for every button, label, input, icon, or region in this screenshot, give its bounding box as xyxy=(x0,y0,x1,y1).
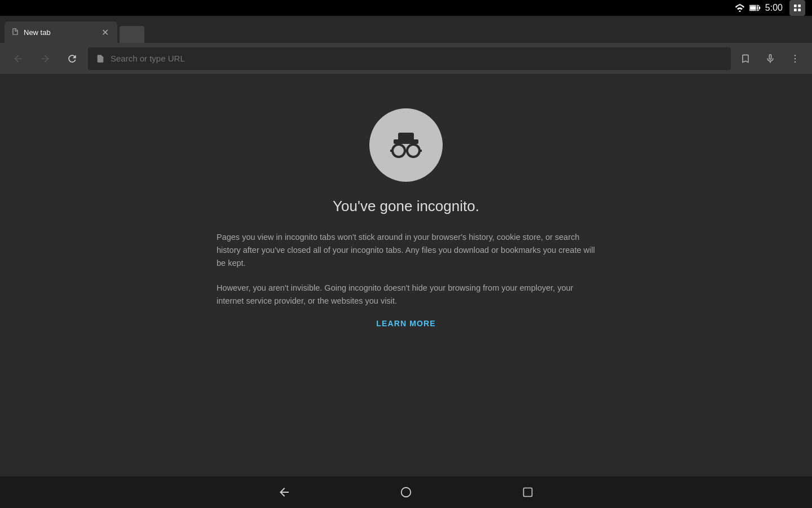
svg-point-11 xyxy=(795,61,796,63)
system-recents-button[interactable] xyxy=(518,482,538,502)
svg-point-10 xyxy=(795,58,796,59)
reload-button[interactable] xyxy=(61,47,83,70)
svg-point-19 xyxy=(401,488,411,497)
incognito-para-2: However, you aren't invisible. Going inc… xyxy=(217,282,595,308)
back-button[interactable] xyxy=(7,47,29,70)
incognito-svg xyxy=(383,122,429,168)
svg-rect-6 xyxy=(798,5,801,7)
incognito-icon-circle xyxy=(369,108,443,182)
svg-point-14 xyxy=(392,144,405,157)
incognito-title: You've gone incognito. xyxy=(333,198,479,215)
mic-button[interactable] xyxy=(760,49,780,69)
address-bar-icon xyxy=(96,54,105,63)
toolbar xyxy=(0,43,812,75)
active-tab[interactable]: New tab ✕ xyxy=(5,21,117,43)
svg-rect-5 xyxy=(794,5,797,7)
tab-bar: New tab ✕ xyxy=(0,16,812,43)
main-content: You've gone incognito. Pages you view in… xyxy=(0,75,812,476)
tab-page-icon xyxy=(11,28,19,37)
inactive-tab[interactable] xyxy=(120,26,144,43)
incognito-para-1: Pages you view in incognito tabs won't s… xyxy=(217,231,595,270)
svg-point-9 xyxy=(795,54,796,56)
extension-icon[interactable] xyxy=(789,0,805,16)
svg-rect-2 xyxy=(759,7,760,10)
address-input[interactable] xyxy=(111,54,723,63)
address-bar[interactable] xyxy=(88,47,731,70)
battery-icon xyxy=(749,5,761,11)
learn-more-button[interactable]: LEARN MORE xyxy=(217,319,595,328)
svg-rect-20 xyxy=(524,488,532,497)
tab-close-button[interactable]: ✕ xyxy=(99,27,111,38)
svg-rect-7 xyxy=(794,8,797,11)
status-time: 5:00 xyxy=(765,3,783,13)
svg-point-15 xyxy=(407,144,420,157)
svg-rect-8 xyxy=(798,8,801,11)
bookmark-button[interactable] xyxy=(735,49,756,69)
svg-point-0 xyxy=(739,11,740,12)
system-back-button[interactable] xyxy=(274,482,294,502)
menu-button[interactable] xyxy=(785,49,805,69)
incognito-body: Pages you view in incognito tabs won't s… xyxy=(203,231,609,328)
svg-rect-4 xyxy=(756,5,757,11)
svg-rect-13 xyxy=(398,133,414,141)
status-bar: 5:00 xyxy=(0,0,812,16)
tab-title: New tab xyxy=(24,28,95,37)
forward-button[interactable] xyxy=(34,47,56,70)
system-home-button[interactable] xyxy=(396,482,416,502)
wifi-icon xyxy=(735,4,745,12)
nav-bar xyxy=(0,476,812,508)
